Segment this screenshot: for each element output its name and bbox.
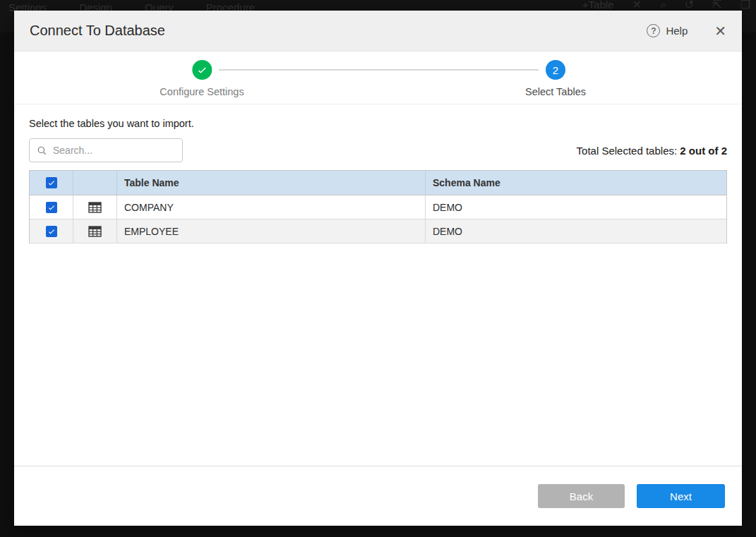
step-select-tables: 2 Select Tables	[525, 60, 586, 97]
back-button[interactable]: Back	[538, 484, 625, 508]
step-connector-line	[219, 69, 539, 71]
dialog-header: Connect To Database ? Help ✕	[14, 11, 742, 52]
check-icon	[47, 227, 56, 236]
wizard-stepper: Configure Settings 2 Select Tables	[14, 52, 742, 104]
help-label: Help	[666, 25, 688, 37]
row-checkbox[interactable]	[46, 202, 57, 213]
table-row[interactable]: COMPANY DEMO	[30, 195, 726, 219]
step1-complete-icon	[192, 60, 212, 80]
table-header-row: Table Name Schema Name	[30, 171, 726, 195]
row-checkbox[interactable]	[46, 226, 57, 237]
dialog-footer: Back Next	[14, 466, 742, 526]
table-icon	[88, 226, 102, 237]
search-input[interactable]	[53, 145, 175, 156]
select-all-checkbox[interactable]	[46, 177, 57, 188]
step-configure-settings[interactable]: Configure Settings	[160, 60, 244, 97]
check-icon	[47, 203, 56, 212]
icon-column-header	[73, 171, 117, 195]
schema-name-header: Schema Name	[426, 171, 726, 195]
schema-name-cell: DEMO	[426, 195, 726, 219]
table-row[interactable]: EMPLOYEE DEMO	[30, 219, 726, 243]
dialog-title: Connect To Database	[30, 23, 165, 39]
instruction-text: Select the tables you want to import.	[29, 118, 727, 129]
step2-label: Select Tables	[525, 86, 586, 97]
table-name-cell: COMPANY	[117, 195, 426, 219]
table-name-header: Table Name	[117, 171, 426, 195]
summary-prefix: Total Selected tables:	[577, 145, 680, 157]
step1-label: Configure Settings	[160, 86, 244, 97]
close-icon[interactable]: ✕	[714, 24, 726, 38]
next-button[interactable]: Next	[637, 484, 725, 508]
check-icon	[47, 179, 56, 187]
search-box	[29, 138, 183, 162]
table-name-cell: EMPLOYEE	[117, 219, 426, 243]
help-icon: ?	[647, 24, 660, 37]
selected-tables-summary: Total Selected tables: 2 out of 2	[577, 145, 727, 157]
dialog-body: Select the tables you want to import. To…	[14, 104, 742, 466]
summary-value: 2 out of 2	[680, 145, 727, 157]
search-icon	[37, 145, 47, 156]
tables-list: Table Name Schema Name	[29, 170, 727, 243]
schema-name-cell: DEMO	[426, 219, 726, 243]
table-icon	[88, 202, 102, 213]
step2-number-badge: 2	[546, 60, 565, 80]
check-icon	[196, 64, 208, 76]
help-button[interactable]: ? Help	[647, 24, 688, 37]
connect-to-database-dialog: Connect To Database ? Help ✕ Configure S…	[14, 11, 742, 526]
